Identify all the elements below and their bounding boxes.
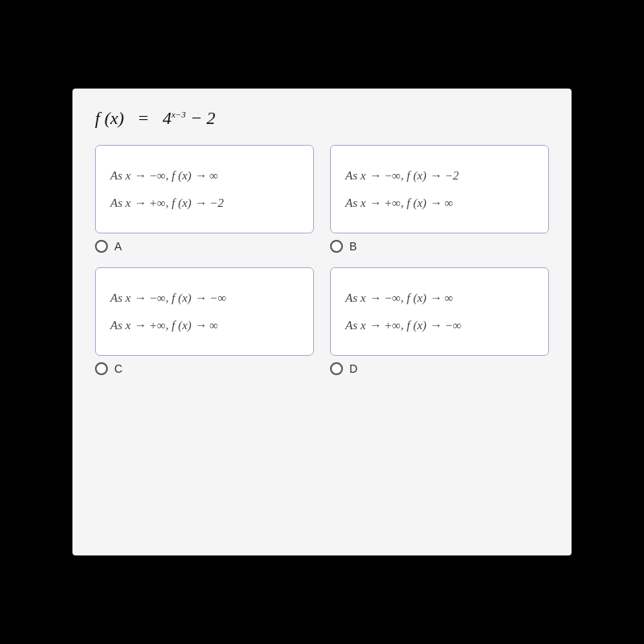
func-expression: 4x−3 − 2 — [163, 108, 216, 128]
func-label: f (x) — [95, 108, 124, 128]
option-box-a[interactable]: As x → −∞, f (x) → ∞ As x → +∞, f (x) → … — [95, 145, 314, 233]
option-b-radio[interactable] — [330, 240, 343, 253]
option-box-b[interactable]: As x → −∞, f (x) → −2 As x → +∞, f (x) →… — [330, 145, 549, 233]
option-wrapper-b: As x → −∞, f (x) → −2 As x → +∞, f (x) →… — [330, 145, 549, 253]
option-b-line2: As x → +∞, f (x) → ∞ — [345, 194, 534, 213]
equals: = — [129, 108, 159, 128]
option-b-label-row: B — [330, 240, 549, 253]
option-b-letter: B — [349, 240, 357, 253]
option-c-letter: C — [114, 362, 122, 375]
options-grid: As x → −∞, f (x) → ∞ As x → +∞, f (x) → … — [95, 145, 549, 375]
option-wrapper-c: As x → −∞, f (x) → −∞ As x → +∞, f (x) →… — [95, 267, 314, 375]
option-d-label-row: D — [330, 362, 549, 375]
option-d-line1: As x → −∞, f (x) → ∞ — [345, 289, 534, 308]
option-box-c[interactable]: As x → −∞, f (x) → −∞ As x → +∞, f (x) →… — [95, 267, 314, 356]
option-b-line1: As x → −∞, f (x) → −2 — [345, 167, 534, 185]
option-d-radio[interactable] — [330, 362, 343, 375]
main-card: f (x) = 4x−3 − 2 As x → −∞, f (x) → ∞ As… — [72, 89, 572, 555]
option-wrapper-d: As x → −∞, f (x) → ∞ As x → +∞, f (x) → … — [330, 267, 549, 375]
option-d-letter: D — [349, 362, 357, 375]
option-c-radio[interactable] — [95, 362, 108, 375]
option-c-label-row: C — [95, 362, 314, 375]
function-title: f (x) = 4x−3 − 2 — [95, 108, 549, 129]
option-a-radio[interactable] — [95, 240, 108, 253]
option-wrapper-a: As x → −∞, f (x) → ∞ As x → +∞, f (x) → … — [95, 145, 314, 253]
option-box-d[interactable]: As x → −∞, f (x) → ∞ As x → +∞, f (x) → … — [330, 267, 549, 356]
option-a-label-row: A — [95, 240, 314, 253]
option-c-line1: As x → −∞, f (x) → −∞ — [110, 289, 299, 308]
option-a-line1: As x → −∞, f (x) → ∞ — [110, 167, 299, 185]
option-a-line2: As x → +∞, f (x) → −2 — [110, 194, 299, 213]
option-c-line2: As x → +∞, f (x) → ∞ — [110, 316, 299, 335]
option-d-line2: As x → +∞, f (x) → −∞ — [345, 316, 534, 335]
option-a-letter: A — [114, 240, 122, 253]
